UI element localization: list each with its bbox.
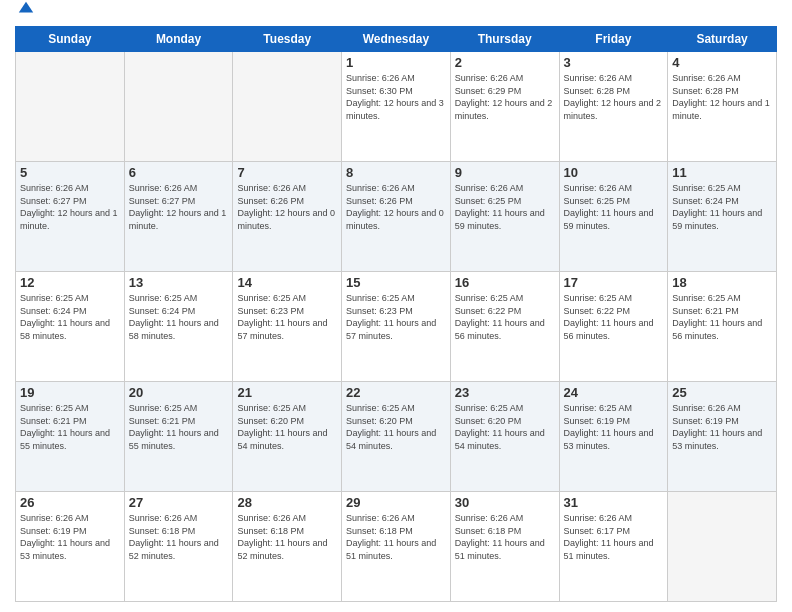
sunset-text: Sunset: 6:19 PM <box>672 415 772 428</box>
daylight-text: Daylight: 11 hours and 59 minutes. <box>564 207 664 232</box>
weekday-header-thursday: Thursday <box>450 27 559 52</box>
sunrise-text: Sunrise: 6:25 AM <box>672 182 772 195</box>
sunset-text: Sunset: 6:26 PM <box>237 195 337 208</box>
sunrise-text: Sunrise: 6:25 AM <box>129 402 229 415</box>
sunrise-text: Sunrise: 6:26 AM <box>20 182 120 195</box>
day-number: 12 <box>20 275 120 290</box>
day-info: Sunrise: 6:26 AMSunset: 6:28 PMDaylight:… <box>672 72 772 122</box>
day-number: 20 <box>129 385 229 400</box>
sunset-text: Sunset: 6:18 PM <box>129 525 229 538</box>
day-info: Sunrise: 6:25 AMSunset: 6:21 PMDaylight:… <box>20 402 120 452</box>
day-info: Sunrise: 6:25 AMSunset: 6:20 PMDaylight:… <box>455 402 555 452</box>
sunset-text: Sunset: 6:21 PM <box>129 415 229 428</box>
calendar-cell: 1Sunrise: 6:26 AMSunset: 6:30 PMDaylight… <box>342 52 451 162</box>
calendar-week-1: 1Sunrise: 6:26 AMSunset: 6:30 PMDaylight… <box>16 52 777 162</box>
calendar-cell: 25Sunrise: 6:26 AMSunset: 6:19 PMDayligh… <box>668 382 777 492</box>
daylight-text: Daylight: 12 hours and 1 minute. <box>672 97 772 122</box>
sunset-text: Sunset: 6:30 PM <box>346 85 446 98</box>
sunrise-text: Sunrise: 6:25 AM <box>564 402 664 415</box>
calendar-cell: 14Sunrise: 6:25 AMSunset: 6:23 PMDayligh… <box>233 272 342 382</box>
calendar-cell: 13Sunrise: 6:25 AMSunset: 6:24 PMDayligh… <box>124 272 233 382</box>
weekday-header-sunday: Sunday <box>16 27 125 52</box>
svg-marker-0 <box>19 2 33 13</box>
daylight-text: Daylight: 11 hours and 58 minutes. <box>20 317 120 342</box>
day-number: 6 <box>129 165 229 180</box>
sunrise-text: Sunrise: 6:25 AM <box>237 402 337 415</box>
day-info: Sunrise: 6:26 AMSunset: 6:19 PMDaylight:… <box>672 402 772 452</box>
day-number: 22 <box>346 385 446 400</box>
page: SundayMondayTuesdayWednesdayThursdayFrid… <box>0 0 792 612</box>
daylight-text: Daylight: 11 hours and 55 minutes. <box>20 427 120 452</box>
sunrise-text: Sunrise: 6:26 AM <box>672 402 772 415</box>
sunset-text: Sunset: 6:27 PM <box>20 195 120 208</box>
weekday-header-saturday: Saturday <box>668 27 777 52</box>
calendar-cell: 10Sunrise: 6:26 AMSunset: 6:25 PMDayligh… <box>559 162 668 272</box>
day-number: 29 <box>346 495 446 510</box>
day-number: 19 <box>20 385 120 400</box>
daylight-text: Daylight: 11 hours and 59 minutes. <box>672 207 772 232</box>
calendar-cell: 11Sunrise: 6:25 AMSunset: 6:24 PMDayligh… <box>668 162 777 272</box>
calendar-cell: 31Sunrise: 6:26 AMSunset: 6:17 PMDayligh… <box>559 492 668 602</box>
sunrise-text: Sunrise: 6:25 AM <box>129 292 229 305</box>
daylight-text: Daylight: 11 hours and 56 minutes. <box>564 317 664 342</box>
sunrise-text: Sunrise: 6:26 AM <box>237 512 337 525</box>
sunrise-text: Sunrise: 6:26 AM <box>237 182 337 195</box>
calendar-cell: 22Sunrise: 6:25 AMSunset: 6:20 PMDayligh… <box>342 382 451 492</box>
day-number: 11 <box>672 165 772 180</box>
calendar-cell: 7Sunrise: 6:26 AMSunset: 6:26 PMDaylight… <box>233 162 342 272</box>
day-number: 14 <box>237 275 337 290</box>
sunrise-text: Sunrise: 6:25 AM <box>20 402 120 415</box>
day-info: Sunrise: 6:26 AMSunset: 6:25 PMDaylight:… <box>455 182 555 232</box>
day-number: 2 <box>455 55 555 70</box>
calendar-week-5: 26Sunrise: 6:26 AMSunset: 6:19 PMDayligh… <box>16 492 777 602</box>
daylight-text: Daylight: 12 hours and 2 minutes. <box>564 97 664 122</box>
daylight-text: Daylight: 12 hours and 0 minutes. <box>237 207 337 232</box>
day-number: 5 <box>20 165 120 180</box>
daylight-text: Daylight: 11 hours and 57 minutes. <box>237 317 337 342</box>
day-info: Sunrise: 6:25 AMSunset: 6:19 PMDaylight:… <box>564 402 664 452</box>
sunset-text: Sunset: 6:28 PM <box>672 85 772 98</box>
logo <box>15 10 35 18</box>
day-info: Sunrise: 6:26 AMSunset: 6:30 PMDaylight:… <box>346 72 446 122</box>
day-info: Sunrise: 6:25 AMSunset: 6:20 PMDaylight:… <box>237 402 337 452</box>
daylight-text: Daylight: 11 hours and 53 minutes. <box>20 537 120 562</box>
day-number: 26 <box>20 495 120 510</box>
sunrise-text: Sunrise: 6:26 AM <box>564 512 664 525</box>
calendar-cell: 17Sunrise: 6:25 AMSunset: 6:22 PMDayligh… <box>559 272 668 382</box>
sunset-text: Sunset: 6:25 PM <box>455 195 555 208</box>
sunset-text: Sunset: 6:27 PM <box>129 195 229 208</box>
day-info: Sunrise: 6:26 AMSunset: 6:26 PMDaylight:… <box>237 182 337 232</box>
sunrise-text: Sunrise: 6:25 AM <box>346 292 446 305</box>
sunset-text: Sunset: 6:18 PM <box>455 525 555 538</box>
daylight-text: Daylight: 12 hours and 1 minute. <box>20 207 120 232</box>
calendar-week-3: 12Sunrise: 6:25 AMSunset: 6:24 PMDayligh… <box>16 272 777 382</box>
day-info: Sunrise: 6:26 AMSunset: 6:18 PMDaylight:… <box>455 512 555 562</box>
daylight-text: Daylight: 12 hours and 0 minutes. <box>346 207 446 232</box>
sunrise-text: Sunrise: 6:26 AM <box>346 72 446 85</box>
calendar-cell: 2Sunrise: 6:26 AMSunset: 6:29 PMDaylight… <box>450 52 559 162</box>
sunset-text: Sunset: 6:18 PM <box>346 525 446 538</box>
sunrise-text: Sunrise: 6:26 AM <box>129 512 229 525</box>
day-number: 30 <box>455 495 555 510</box>
day-number: 1 <box>346 55 446 70</box>
day-info: Sunrise: 6:26 AMSunset: 6:26 PMDaylight:… <box>346 182 446 232</box>
daylight-text: Daylight: 11 hours and 51 minutes. <box>346 537 446 562</box>
day-number: 8 <box>346 165 446 180</box>
daylight-text: Daylight: 12 hours and 3 minutes. <box>346 97 446 122</box>
sunrise-text: Sunrise: 6:26 AM <box>20 512 120 525</box>
sunrise-text: Sunrise: 6:26 AM <box>129 182 229 195</box>
daylight-text: Daylight: 11 hours and 51 minutes. <box>455 537 555 562</box>
sunrise-text: Sunrise: 6:26 AM <box>672 72 772 85</box>
calendar-cell: 29Sunrise: 6:26 AMSunset: 6:18 PMDayligh… <box>342 492 451 602</box>
day-number: 17 <box>564 275 664 290</box>
day-number: 3 <box>564 55 664 70</box>
calendar-cell: 27Sunrise: 6:26 AMSunset: 6:18 PMDayligh… <box>124 492 233 602</box>
sunrise-text: Sunrise: 6:25 AM <box>346 402 446 415</box>
sunset-text: Sunset: 6:17 PM <box>564 525 664 538</box>
sunset-text: Sunset: 6:20 PM <box>346 415 446 428</box>
day-number: 21 <box>237 385 337 400</box>
sunset-text: Sunset: 6:24 PM <box>20 305 120 318</box>
calendar-cell: 21Sunrise: 6:25 AMSunset: 6:20 PMDayligh… <box>233 382 342 492</box>
weekday-header-row: SundayMondayTuesdayWednesdayThursdayFrid… <box>16 27 777 52</box>
calendar-cell <box>124 52 233 162</box>
